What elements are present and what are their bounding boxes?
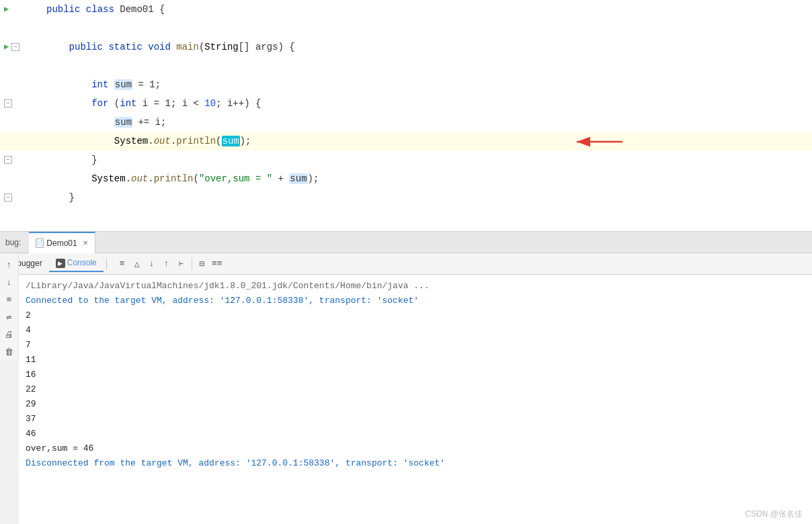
code-line-11: − } xyxy=(0,188,812,207)
console-line-12: over,sum = 46 xyxy=(26,441,805,456)
code-content-10: System.out.println("over,sum = " + sum); xyxy=(44,169,812,188)
sidebar-trash-icon[interactable]: 🗑 xyxy=(2,345,17,359)
code-line-9: − } xyxy=(0,150,812,169)
console-line-10: 37 xyxy=(26,412,805,427)
code-content-9: } xyxy=(44,150,812,169)
code-line-2 xyxy=(0,19,812,38)
gutter-3: ▶ − xyxy=(0,38,44,56)
code-line-1: ▶ public class Demo01 { xyxy=(0,0,812,19)
step-over-icon[interactable]: ↑ xyxy=(159,257,174,271)
sidebar-step-icon[interactable]: ≡ xyxy=(2,292,17,307)
code-line-4 xyxy=(0,56,812,75)
code-line-10: System.out.println("over,sum = " + sum); xyxy=(0,169,812,188)
fold-icon-6[interactable]: − xyxy=(4,99,12,107)
code-content-8: System.out.println(sum); xyxy=(44,132,812,150)
code-editor: ▶ public class Demo01 { ▶ − public stati… xyxy=(0,0,812,232)
console-line-11: 46 xyxy=(26,427,805,441)
console-output: /Library/Java/JavaVirtualMachines/jdk1.8… xyxy=(19,275,812,524)
code-content-6: for (int i = 1; i < 10; i++) { xyxy=(44,94,812,113)
code-content-7: sum += i; xyxy=(44,113,812,132)
down-icon[interactable]: ↓ xyxy=(145,257,159,271)
sidebar-up-icon[interactable]: ↑ xyxy=(2,257,17,272)
console-line-5: 7 xyxy=(26,338,805,353)
gutter-1: ▶ xyxy=(0,0,44,19)
gutter-9: − xyxy=(0,156,44,164)
code-content-11: } xyxy=(44,188,812,207)
sidebar-step2-icon[interactable]: ⇌ xyxy=(2,310,17,324)
menu-icon[interactable]: ≡ xyxy=(115,257,130,271)
gutter-11: − xyxy=(0,193,44,202)
console-line-13: Disconnected from the target VM, address… xyxy=(26,456,805,471)
up-icon[interactable]: △ xyxy=(130,257,145,271)
list-icon[interactable]: ≡≡ xyxy=(210,257,225,271)
run-arrow-1[interactable]: ▶ xyxy=(4,0,9,19)
console-line-4: 4 xyxy=(26,323,805,338)
code-line-5: int sum = 1; xyxy=(0,75,812,94)
fold-icon-9[interactable]: − xyxy=(4,156,12,164)
sep-1 xyxy=(106,258,107,270)
debug-label: bug: xyxy=(5,238,26,247)
file-icon: 📄 xyxy=(36,238,44,248)
tab-demo01[interactable]: 📄 Demo01 ✕ xyxy=(29,232,95,253)
console-line-8: 22 xyxy=(26,382,805,397)
sep-2 xyxy=(192,258,192,270)
tab-label: Demo01 xyxy=(46,238,77,248)
code-line-8: System.out.println(sum); xyxy=(0,132,812,150)
red-arrow-annotation xyxy=(570,134,624,156)
code-line-6: − for (int i = 1; i < 10; i++) { xyxy=(0,94,812,113)
debug-toolbar: Debugger ▶Console ≡ △ ↓ ↑ ⊢ ⊟ ≡≡ xyxy=(0,253,812,275)
console-line-3: 2 xyxy=(26,308,805,323)
debug-tab-bar: bug: 📄 Demo01 ✕ xyxy=(0,232,812,253)
debug-left-sidebar: ↑ ↓ ≡ ⇌ 🖨 🗑 xyxy=(0,253,19,359)
tab-close-icon[interactable]: ✕ xyxy=(83,239,88,247)
csdn-badge: CSDN @张名佳 xyxy=(745,509,803,520)
run-arrow-3[interactable]: ▶ xyxy=(4,38,9,56)
sidebar-print-icon[interactable]: 🖨 xyxy=(2,327,17,342)
console-line-2: Connected to the target VM, address: '12… xyxy=(26,294,805,308)
toolbar-icons: ≡ △ ↓ ↑ ⊢ ⊟ ≡≡ xyxy=(110,257,230,271)
fold-icon-11[interactable]: − xyxy=(4,193,12,202)
code-content-5: int sum = 1; xyxy=(44,75,812,94)
console-icon: ▶ xyxy=(56,259,65,268)
console-line-1: /Library/Java/JavaVirtualMachines/jdk1.8… xyxy=(26,279,805,294)
debug-panel: bug: 📄 Demo01 ✕ Debugger ▶Console ≡ △ ↓ … xyxy=(0,232,812,524)
sidebar-down-icon[interactable]: ↓ xyxy=(2,275,17,290)
gutter-6: − xyxy=(0,99,44,107)
console-line-6: 11 xyxy=(26,353,805,367)
code-line-7: sum += i; xyxy=(0,113,812,132)
code-line-3: ▶ − public static void main(String[] arg… xyxy=(0,38,812,56)
console-line-7: 16 xyxy=(26,367,805,382)
fold-icon-3[interactable]: − xyxy=(11,43,19,51)
grid-icon[interactable]: ⊟ xyxy=(195,257,210,271)
code-content-1: public class Demo01 { xyxy=(44,0,812,19)
console-tab[interactable]: ▶Console xyxy=(49,255,104,272)
code-content-3: public static void main(String[] args) { xyxy=(44,38,812,56)
step-in-icon[interactable]: ⊢ xyxy=(174,257,189,271)
console-line-9: 29 xyxy=(26,397,805,412)
